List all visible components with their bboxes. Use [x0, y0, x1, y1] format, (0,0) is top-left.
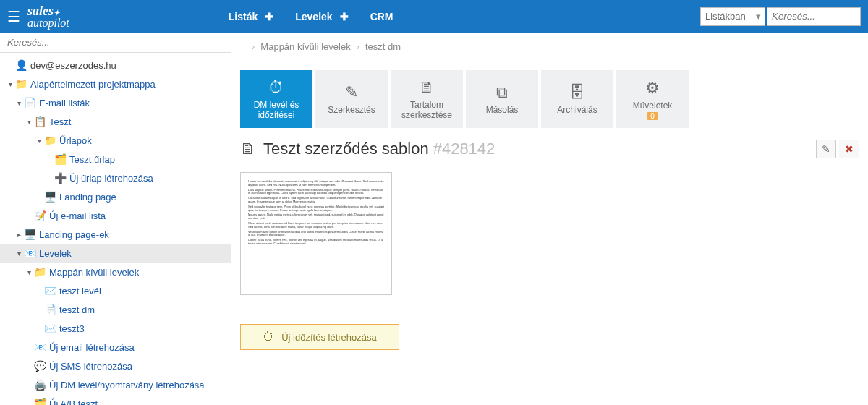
- folder-icon: [33, 266, 46, 278]
- page-icon: [43, 304, 56, 315]
- folder-icon: [43, 135, 56, 146]
- menu-icon[interactable]: ☰: [7, 8, 20, 25]
- topnav-crm[interactable]: CRM: [370, 11, 393, 22]
- tab-dm-schedule[interactable]: ⏱ DM levél és időzítései: [240, 70, 312, 128]
- search-input[interactable]: [767, 7, 861, 26]
- sidebar-item-forms[interactable]: ▾Űrlapok: [0, 131, 231, 150]
- sidebar-item-new-email[interactable]: Új email létrehozása: [0, 338, 231, 357]
- add-list-icon: [33, 210, 46, 221]
- actions-badge: 0: [647, 112, 658, 120]
- print-icon: [33, 379, 46, 391]
- sidebar-search: [0, 33, 231, 53]
- stopwatch-icon: ⏱: [263, 331, 274, 344]
- list-icon: [33, 116, 46, 127]
- sidebar-item-default-folder[interactable]: ▾Alapértelmezett projektmappa: [0, 74, 231, 93]
- pdf-icon: 🗎: [240, 140, 256, 158]
- sidebar-item-landing-page[interactable]: Landing page: [0, 187, 231, 206]
- sidebar-item-test[interactable]: ▾Teszt: [0, 112, 231, 131]
- page-icon: [23, 97, 36, 108]
- plus-icon: ✚: [340, 11, 349, 22]
- sidebar-item-folderless[interactable]: ▾Mappán kívüli levelek: [0, 263, 231, 281]
- stopwatch-icon: ⏱: [268, 78, 284, 97]
- sidebar-item-letters[interactable]: ▾Levelek: [0, 244, 231, 263]
- topnav-lists-label: Listák: [229, 11, 258, 22]
- sidebar-item-new-form[interactable]: Új űrlap létrehozása: [0, 169, 231, 187]
- topnav-crm-label: CRM: [370, 11, 393, 22]
- edit-button[interactable]: ✎: [816, 140, 836, 158]
- sidebar-item-new-ab[interactable]: Új A/B teszt: [0, 394, 231, 405]
- tab-label: DM levél és időzítései: [244, 100, 308, 120]
- search-scope-select[interactable]: Listákban: [700, 7, 765, 26]
- copy-icon: ⧉: [496, 83, 508, 102]
- tab-bar: ⏱ DM levél és időzítései ✎ Szerkesztés 🗎…: [231, 61, 868, 128]
- add-icon: [54, 172, 67, 184]
- page-title: Teszt szerződés sablon: [263, 140, 429, 158]
- tab-label: Tartalom szerkesztése: [395, 100, 459, 120]
- new-timing-button[interactable]: ⏱ Új időzítés létrehozása: [240, 324, 399, 350]
- title-bar: 🗎 Teszt szerződés sablon #428142 ✎ ✖: [240, 140, 859, 163]
- sidebar-item-new-dm[interactable]: Új DM levél/nyomtatvány létrehozása: [0, 375, 231, 394]
- archive-icon: 🗄: [569, 83, 585, 102]
- tab-label: Szerkesztés: [328, 105, 375, 115]
- tab-label: Másolás: [486, 105, 519, 115]
- tab-label: Műveletek: [633, 101, 673, 111]
- sms-icon: [33, 360, 46, 372]
- app-logo: sales✦ autopilot: [27, 4, 69, 29]
- sidebar-item-landing-pages[interactable]: ▸Landing page-ek: [0, 225, 231, 244]
- topbar: ☰ sales✦ autopilot Listák ✚ Levelek ✚ CR…: [0, 0, 868, 33]
- breadcrumb-a[interactable]: Mappán kívüli levelek: [260, 41, 350, 52]
- sidebar-item-test3[interactable]: teszt3: [0, 319, 231, 338]
- envelope-icon: [43, 285, 56, 297]
- tab-edit[interactable]: ✎ Szerkesztés: [315, 70, 388, 128]
- delete-button[interactable]: ✖: [839, 140, 859, 158]
- tab-actions[interactable]: ⚙ Műveletek 0: [616, 70, 689, 128]
- plus-icon: ✚: [265, 11, 273, 22]
- user-icon: [14, 59, 27, 71]
- tab-content-edit[interactable]: 🗎 Tartalom szerkesztése: [391, 70, 463, 128]
- pencil-icon: ✎: [345, 83, 358, 102]
- topnav-lists[interactable]: Listák ✚: [229, 11, 273, 22]
- page-id: #428142: [433, 140, 495, 158]
- sidebar-item-email-lists[interactable]: ▾E-mail listák: [0, 93, 231, 112]
- ab-test-icon: [33, 398, 46, 405]
- document-preview[interactable]: Lorem ipsum dolor sit amet, consectetur …: [240, 172, 392, 295]
- search-scope-label: Listákban: [705, 11, 746, 22]
- breadcrumb-b[interactable]: teszt dm: [365, 41, 401, 52]
- topnav: Listák ✚ Levelek ✚ CRM: [229, 11, 393, 22]
- sidebar-item-test-letter[interactable]: teszt levél: [0, 281, 231, 300]
- tab-label: Archiválás: [557, 105, 597, 115]
- breadcrumb: › Mappán kívüli levelek › teszt dm: [231, 33, 868, 61]
- sidebar-item-test-form[interactable]: Teszt űrlap: [0, 150, 231, 169]
- sidebar-item-new-sms[interactable]: Új SMS létrehozása: [0, 357, 231, 375]
- sidebar-user[interactable]: dev@eszerzodes.hu: [0, 56, 231, 74]
- mail-icon: [23, 247, 36, 259]
- sidebar-item-new-email-list[interactable]: Új e-mail lista: [0, 206, 231, 225]
- topnav-letters[interactable]: Levelek ✚: [295, 11, 348, 22]
- envelope-icon: [43, 323, 56, 334]
- form-icon: [54, 153, 67, 165]
- tab-copy[interactable]: ⧉ Másolás: [466, 70, 538, 128]
- folder-icon: [14, 78, 27, 90]
- monitor-icon: [23, 229, 36, 240]
- tab-archive[interactable]: 🗄 Archiválás: [541, 70, 613, 128]
- sidebar-search-input[interactable]: [7, 37, 224, 48]
- gears-icon: ⚙: [645, 79, 660, 98]
- mail-plus-icon: [33, 341, 46, 353]
- sidebar-item-test-dm[interactable]: teszt dm: [0, 300, 231, 319]
- sidebar: dev@eszerzodes.hu ▾Alapértelmezett proje…: [0, 33, 231, 405]
- new-timing-label: Új időzítés létrehozása: [281, 332, 377, 343]
- topnav-letters-label: Levelek: [295, 11, 332, 22]
- code-page-icon: 🗎: [419, 78, 435, 97]
- monitor-icon: [43, 191, 56, 202]
